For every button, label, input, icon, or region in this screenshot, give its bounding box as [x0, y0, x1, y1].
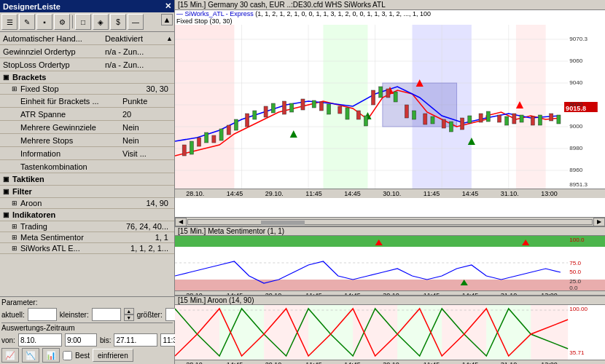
reset-label: Best: [75, 352, 90, 360]
svg-rect-37: [271, 103, 275, 113]
svg-text:9000: 9000: [569, 123, 583, 130]
svg-text:8951.3: 8951.3: [569, 181, 588, 188]
scroll-right-btn[interactable]: ▶: [593, 218, 605, 226]
subsection-fixed-stop[interactable]: ⊞ Fixed Stop 30, 30: [0, 84, 174, 95]
groesster-label: größter:: [137, 311, 163, 319]
svg-rect-67: [538, 115, 542, 125]
chart-btn-1[interactable]: 📈: [1, 348, 19, 363]
left-panel: DesignerLeiste ✕ ☰ ✎ ▪ ⚙ □ ◈ $ — ▲ Autom…: [0, 0, 175, 364]
aroon-time-axis: 28.10. 14:45 29.10. 11:45 14:45 30.10. 1…: [175, 360, 605, 364]
prop-information[interactable]: Information Visit ...: [0, 147, 174, 160]
trading-label: Trading: [20, 222, 47, 231]
subsection-aroon[interactable]: ⊞ Aroon 14, 90: [0, 198, 174, 209]
svg-rect-52: [405, 105, 408, 118]
svg-text:9060: 9060: [569, 58, 583, 64]
indikatoren-label: Indikatoren: [12, 210, 55, 219]
brackets-expand-icon: ▣: [3, 74, 9, 81]
kleinster-input[interactable]: [92, 308, 121, 321]
kleinster-down[interactable]: ▼: [124, 314, 134, 321]
section-brackets[interactable]: ▣ Brackets: [0, 71, 174, 84]
von-label: von:: [1, 336, 15, 344]
von-time-input[interactable]: [65, 333, 97, 347]
svg-rect-79: [175, 236, 605, 247]
svg-rect-39: [290, 103, 294, 112]
prop-auto-trade[interactable]: Automatischer Hand... Deaktiviert ▲: [0, 32, 174, 45]
sub-charts: [15 Min.] Meta Sentimentor (1, 1): [175, 226, 605, 364]
subsection-meta-sentimentor[interactable]: ⊞ Meta Sentimentor 1, 1: [0, 232, 174, 243]
svg-rect-58: [461, 118, 464, 130]
svg-rect-43: [327, 104, 331, 114]
svg-rect-42: [319, 102, 323, 111]
svg-text:100.00: 100.00: [569, 306, 588, 312]
subsection-trading[interactable]: ⊞ Trading 76, 24, 40...: [0, 221, 174, 232]
toolbar-btn-diamond[interactable]: ◈: [93, 14, 109, 30]
section-taktiken[interactable]: ▣ Taktiken: [0, 173, 174, 186]
prop-einheit[interactable]: Einheit für Brackets ... Punkte: [0, 95, 174, 108]
toolbar-btn-dash[interactable]: —: [128, 14, 144, 30]
svg-rect-51: [394, 92, 397, 102]
prop-mehrere-gewinn[interactable]: Mehrere Gewinnziele Nein: [0, 121, 174, 134]
toolbar-btn-square[interactable]: □: [75, 14, 91, 30]
chart-btn-3[interactable]: 📊: [42, 348, 60, 363]
prop-gewinnziel[interactable]: Gewinnziel Ordertyp n/a - Zun...: [0, 45, 174, 58]
toolbar-btn-gear[interactable]: ⚙: [54, 14, 70, 30]
einfrieren-button[interactable]: einfrieren: [93, 349, 133, 362]
svg-rect-32: [227, 125, 230, 135]
prop-atr[interactable]: ATR Spanne 20: [0, 108, 174, 121]
svg-text:9020: 9020: [569, 101, 583, 108]
scroll-arrow: ▲: [166, 35, 174, 42]
svg-rect-36: [264, 106, 268, 117]
aroon-label: Aroon: [20, 199, 42, 207]
svg-rect-44: [338, 106, 342, 114]
svg-text:8980: 8980: [569, 145, 583, 151]
section-filter[interactable]: ▣ Filter: [0, 186, 174, 198]
prop-stoploss[interactable]: StopLoss Ordertyp n/a - Zun...: [0, 58, 174, 71]
main-chart-time-axis: 28.10. 14:45 29.10. 11:45 14:45 30.10. 1…: [175, 189, 605, 198]
kleinster-up[interactable]: ▲: [124, 308, 134, 314]
von-date-input[interactable]: [18, 333, 62, 347]
svg-rect-41: [312, 100, 316, 108]
scrollbar-track[interactable]: [187, 219, 593, 225]
chart-title-bar: [15 Min.] Germany 30 cash, EUR ..:DE30.c…: [175, 0, 605, 10]
aktuell-input[interactable]: [28, 308, 57, 321]
meta-chart-svg: 100.0 75.0 50.0 25.0 0.0: [175, 236, 605, 290]
svg-text:9040: 9040: [569, 79, 583, 86]
toolbar-btn-dollar[interactable]: $: [110, 14, 126, 30]
filter-label: Filter: [12, 187, 32, 196]
main-chart[interactable]: — SiWorks_ATL - Express (1, 1, 2, 1, 2, …: [175, 10, 605, 217]
scroll-left-btn[interactable]: ◀: [175, 218, 187, 226]
svg-rect-98: [442, 305, 486, 360]
svg-text:8960: 8960: [569, 167, 583, 173]
horizontal-scrollbar[interactable]: ◀ ▶: [175, 217, 605, 226]
reset-checkbox[interactable]: [63, 351, 72, 360]
aroon-value: 14, 90: [146, 199, 171, 207]
svg-rect-61: [486, 111, 490, 122]
kleinster-spinner: ▲ ▼: [124, 308, 134, 321]
svg-rect-80: [175, 247, 605, 280]
chart-btn-2[interactable]: 📉: [22, 348, 39, 363]
scroll-up-btn[interactable]: ▲: [161, 14, 173, 25]
prop-tastenkombination[interactable]: Tastenkombination: [0, 160, 174, 173]
subsection-siworks[interactable]: ⊞ SiWorks ATL E... 1, 1, 2, 1...: [0, 243, 174, 254]
svg-rect-94: [264, 305, 308, 360]
bis-date-input[interactable]: [114, 333, 157, 347]
trading-expand-icon: ⊞: [12, 223, 17, 230]
svg-rect-95: [308, 305, 353, 360]
siworks-expand-icon: ⊞: [12, 245, 17, 252]
indicator-line: — SiWorks_ATL - Express (1, 1, 2, 1, 2, …: [175, 10, 605, 17]
bis-label: bis:: [100, 336, 112, 344]
toolbar-btn-rect[interactable]: ▪: [36, 14, 52, 30]
indikatoren-expand-icon: ▣: [3, 211, 9, 218]
svg-rect-45: [346, 108, 349, 119]
panel-close[interactable]: ✕: [165, 1, 171, 11]
prop-mehrere-stops[interactable]: Mehrere Stops Nein: [0, 134, 174, 147]
section-indikatoren[interactable]: ▣ Indikatoren: [0, 209, 174, 221]
toolbar-btn-menu[interactable]: ☰: [1, 14, 17, 30]
right-panel: [15 Min.] Germany 30 cash, EUR ..:DE30.c…: [175, 0, 605, 364]
svg-text:35.71: 35.71: [569, 349, 585, 356]
toolbar-btn-edit[interactable]: ✎: [19, 14, 35, 30]
svg-rect-97: [397, 305, 442, 360]
meta-sentimentor-label: Meta Sentimentor: [20, 233, 84, 242]
svg-rect-66: [531, 116, 534, 125]
scrollbar-thumb[interactable]: [261, 221, 305, 225]
